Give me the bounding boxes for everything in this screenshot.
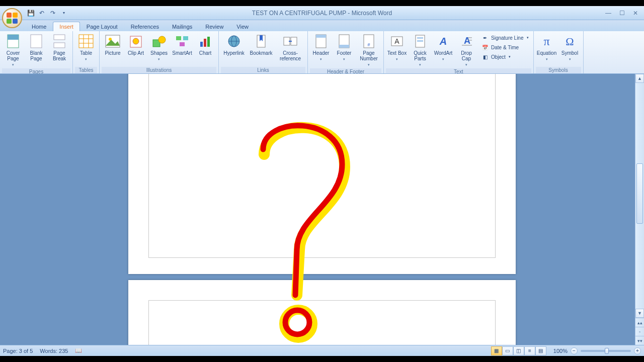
hyperlink-button[interactable]: Hyperlink <box>221 32 247 57</box>
next-page-button[interactable]: ▾▾ <box>635 336 644 345</box>
page-number-icon: # <box>361 33 377 49</box>
group-label: Links <box>221 67 305 73</box>
zoom-in-button[interactable]: + <box>634 347 641 354</box>
drop-cap-button[interactable]: ADrop Cap▾ <box>455 32 477 68</box>
scroll-thumb[interactable] <box>636 163 643 224</box>
tab-view[interactable]: View <box>230 22 255 31</box>
shapes-button[interactable]: Shapes▾ <box>148 32 170 63</box>
hyperlink-icon <box>226 33 242 49</box>
chart-icon <box>197 33 213 49</box>
text-box-button[interactable]: AText Box▾ <box>386 32 408 63</box>
tab-page-layout[interactable]: Page Layout <box>80 22 124 31</box>
clip-art-icon <box>128 33 144 49</box>
print-layout-view-button[interactable]: ▦ <box>491 346 502 355</box>
header-button[interactable]: Header▾ <box>310 32 332 63</box>
tab-mailings[interactable]: Mailings <box>166 22 199 31</box>
cross-reference-button[interactable]: Cross-reference <box>275 32 305 62</box>
proofing-icon[interactable]: 📖 <box>75 347 82 354</box>
quick-parts-button[interactable]: Quick Parts▾ <box>409 32 431 68</box>
svg-text:A: A <box>394 37 399 45</box>
drop-cap-icon: A <box>458 33 474 49</box>
svg-rect-2 <box>31 35 42 48</box>
minimize-button[interactable]: — <box>603 9 613 18</box>
svg-rect-3 <box>54 35 65 40</box>
zoom-slider-knob[interactable] <box>605 348 609 354</box>
save-icon[interactable]: 💾 <box>26 9 35 18</box>
equation-icon: π <box>539 33 555 49</box>
page-3[interactable] <box>128 74 516 274</box>
group-label: Symbols <box>536 67 581 73</box>
redo-icon[interactable]: ↷ <box>48 9 57 18</box>
footer-button[interactable]: Footer▾ <box>333 32 355 63</box>
zoom-slider[interactable] <box>581 350 631 352</box>
group-label: Illustrations <box>102 67 216 73</box>
blank-page-button[interactable]: Blank Page <box>25 32 47 62</box>
picture-button[interactable]: Picture <box>102 32 124 57</box>
close-button[interactable]: ✕ <box>631 9 640 18</box>
svg-rect-21 <box>207 37 210 47</box>
cover-page-icon <box>5 33 21 49</box>
svg-text:A: A <box>464 36 470 46</box>
page-indicator[interactable]: Page: 3 of 5 <box>3 348 33 354</box>
equation-button[interactable]: πEquation▾ <box>536 32 558 63</box>
qat-dropdown-icon[interactable]: ▾ <box>59 9 68 18</box>
object-icon: ◧ <box>481 53 489 61</box>
bookmark-icon <box>253 33 269 49</box>
svg-rect-1 <box>8 35 19 40</box>
bookmark-button[interactable]: Bookmark <box>248 32 274 57</box>
page-number-button[interactable]: #Page Number▾ <box>356 32 381 68</box>
svg-point-13 <box>133 38 139 44</box>
title-bar: 💾 ↶ ↷ ▾ TEST ON A CENTRIFUGAL PUMP - Mic… <box>0 6 644 20</box>
signature-line-button[interactable]: ✒Signature Line ▾ <box>479 33 530 42</box>
scroll-down-button[interactable]: ▼ <box>635 309 644 318</box>
tab-home[interactable]: Home <box>25 22 53 31</box>
outline-view-button[interactable]: ≡ <box>524 346 535 355</box>
office-logo-icon <box>7 13 18 24</box>
table-icon <box>78 33 94 49</box>
maximize-button[interactable]: ☐ <box>617 9 627 18</box>
browse-object-button[interactable]: ◦ <box>635 327 644 336</box>
window-title: TEST ON A CENTRIFUGAL PUMP - Microsoft W… <box>0 10 644 17</box>
draft-view-button[interactable]: ▤ <box>535 346 546 355</box>
prev-page-button[interactable]: ▴▴ <box>635 318 644 327</box>
svg-rect-5 <box>79 35 93 48</box>
quick-parts-icon <box>412 33 428 49</box>
svg-rect-20 <box>204 39 206 47</box>
web-layout-view-button[interactable]: ◫ <box>513 346 524 355</box>
ribbon: Cover Page▾ Blank Page Page Break Pages … <box>0 31 644 74</box>
header-icon <box>313 33 329 49</box>
page-4[interactable] <box>128 280 516 345</box>
tab-review[interactable]: Review <box>199 22 230 31</box>
svg-text:#: # <box>367 42 370 47</box>
svg-rect-29 <box>316 35 326 38</box>
svg-point-15 <box>158 36 166 43</box>
scroll-track[interactable] <box>635 83 644 309</box>
svg-rect-37 <box>417 37 423 39</box>
full-screen-view-button[interactable]: ▭ <box>502 346 513 355</box>
symbol-icon: Ω <box>562 33 578 49</box>
word-count[interactable]: Words: 235 <box>40 348 68 354</box>
group-symbols: πEquation▾ ΩSymbol▾ Symbols <box>534 31 584 73</box>
symbol-button[interactable]: ΩSymbol▾ <box>559 32 581 63</box>
scroll-up-button[interactable]: ▲ <box>635 74 644 83</box>
zoom-level[interactable]: 100% <box>553 348 568 354</box>
undo-icon[interactable]: ↶ <box>37 9 46 18</box>
object-button[interactable]: ◧Object ▾ <box>479 52 530 61</box>
tab-insert[interactable]: Insert <box>53 22 80 31</box>
zoom-out-button[interactable]: − <box>571 347 578 354</box>
footer-icon <box>336 33 352 49</box>
document-area[interactable]: ▲ ▼ ▴▴ ◦ ▾▾ <box>0 74 644 345</box>
wordart-button[interactable]: AWordArt▾ <box>432 32 454 63</box>
smartart-button[interactable]: SmartArt <box>171 32 193 57</box>
tab-references[interactable]: References <box>124 22 166 31</box>
table-button[interactable]: Table▾ <box>75 32 97 63</box>
cover-page-button[interactable]: Cover Page▾ <box>2 32 24 68</box>
page-break-button[interactable]: Page Break <box>48 32 70 62</box>
clip-art-button[interactable]: Clip Art <box>125 32 147 57</box>
vertical-scrollbar[interactable]: ▲ ▼ ▴▴ ◦ ▾▾ <box>635 74 644 345</box>
date-time-button[interactable]: 📅Date & Time <box>479 43 530 52</box>
wordart-icon: A <box>435 33 451 49</box>
chart-button[interactable]: Chart <box>194 32 216 57</box>
office-button[interactable] <box>2 8 22 28</box>
svg-rect-38 <box>417 40 423 42</box>
